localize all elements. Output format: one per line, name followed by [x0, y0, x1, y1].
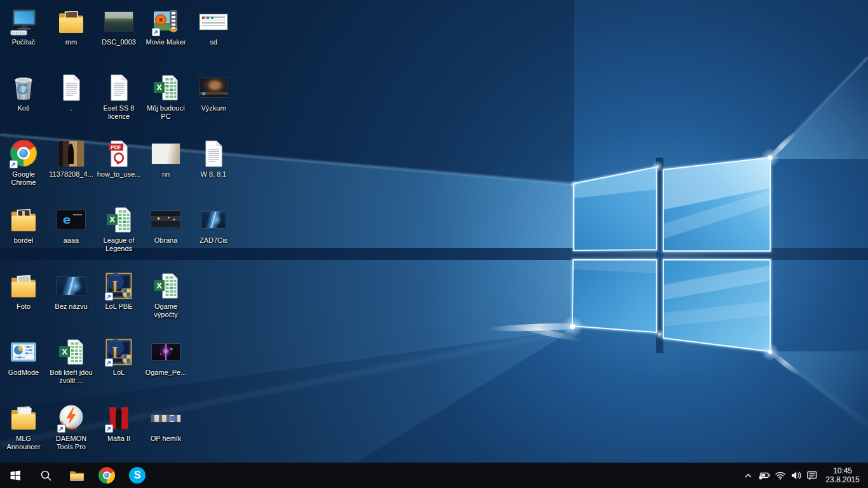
lol-icon: L — [104, 271, 134, 301]
desktop-icon-op-hem-k[interactable]: OP hemík — [142, 400, 189, 443]
desktop-icon-label: sd — [190, 38, 237, 46]
desktop-icon-lol-pbe[interactable]: LLoL PBE — [95, 268, 142, 311]
desktop-icon-movie-maker[interactable]: Movie Maker — [142, 4, 189, 46]
tray-hidden-icons-button[interactable] — [740, 463, 756, 488]
svg-text:PDF: PDF — [111, 144, 121, 151]
desktop-icon-foto[interactable]: Foto — [0, 268, 47, 311]
chrome-icon — [98, 467, 115, 484]
desktop-icon-ogame-pe[interactable]: Ogame_Pe... — [142, 334, 189, 377]
desktop-icon-ko[interactable]: Koš — [0, 70, 47, 112]
desktop-icon-google-chrome[interactable]: Google Chrome — [0, 136, 47, 187]
desktop-icon-zad7cis[interactable]: ZAD7Cis — [190, 202, 237, 245]
tray-battery-charging-button[interactable] — [756, 463, 772, 488]
desktop-icon-mm[interactable]: mm — [48, 4, 95, 46]
desktop-icon-eset-ss-8-licence[interactable]: Eset SS 8 licence — [95, 70, 142, 121]
desktop-icon-how-to-use[interactable]: PDFhow_to_use... — [95, 136, 142, 179]
folder-photo-warm-icon — [56, 6, 86, 37]
desktop-icon-label: OP hemík — [142, 435, 189, 443]
desktop-icon-w-8-8-1[interactable]: W 8, 8.1 — [190, 136, 237, 179]
search-icon — [40, 470, 52, 482]
desktop-icon-11378208-4[interactable]: 11378208_4... — [48, 136, 95, 179]
desktop-icon-aaaa[interactable]: eaaaa — [48, 202, 95, 245]
desktop-icon-nn[interactable]: nn — [142, 136, 189, 179]
excel-icon: X — [151, 271, 181, 301]
windows-logo-icon — [9, 469, 22, 482]
desktop-icon-label: Počítač — [0, 38, 47, 46]
desktop-icon-label: DSC_0003 — [95, 38, 142, 46]
desktop-icon-v-zkum[interactable]: Výzkum — [190, 70, 237, 112]
svg-text:X: X — [156, 281, 162, 290]
system-tray: 10:45 23.8.2015 — [740, 463, 868, 488]
desktop-icon-dsc-0003[interactable]: DSC_0003 — [95, 4, 142, 46]
desktop-icon-mafia-ii[interactable]: Mafia II — [95, 400, 142, 443]
desktop-icon-label: Eset SS 8 licence — [95, 104, 142, 121]
tray-action-center-button[interactable] — [804, 463, 820, 488]
desktop-icon-league-of-legends[interactable]: XLeague of Legends — [95, 202, 142, 253]
taskbar-skype-button[interactable]: S — [122, 463, 153, 488]
desktop-icon-mlg-announcer[interactable]: MLG Announcer — [0, 400, 47, 451]
desktop-icon-label: Výzkum — [190, 104, 237, 112]
shortcut-arrow-icon — [152, 28, 160, 36]
pdf-icon: PDF — [104, 139, 134, 169]
this-pc-icon — [8, 6, 39, 37]
shot-win10-icon — [56, 271, 86, 301]
taskbar-start-button[interactable] — [0, 463, 31, 488]
photo-landscape-icon — [104, 6, 134, 37]
desktop-icon-label: 11378208_4... — [48, 170, 95, 179]
desktop-icon-m-j-budouc-pc[interactable]: XMůj budoucí PC — [142, 70, 189, 121]
svg-text:X: X — [109, 215, 115, 224]
desktop-icon-label: mm — [48, 38, 95, 46]
desktop-icon-label: League of Legends — [95, 236, 142, 253]
desktop-icon-ogame-v-po-ty[interactable]: XOgame výpočty — [142, 268, 189, 319]
desktop-icon-label: how_to_use... — [95, 170, 142, 179]
desktop-icon-label: aaaa — [48, 236, 95, 245]
photo-strip-icon — [151, 403, 181, 433]
taskbar: S 10:45 23.8.2015 — [0, 463, 868, 488]
desktop-icon-dot[interactable]: . — [48, 70, 95, 112]
desktop-icon-daemon-tools-pro[interactable]: DAEMON Tools Pro — [48, 400, 95, 451]
photo-pale-icon — [151, 139, 181, 169]
desktop-icon-lol[interactable]: LLoL — [95, 334, 142, 377]
lol-icon: L — [104, 337, 134, 367]
mafia-icon — [104, 403, 134, 433]
folder-docs-icon — [8, 403, 39, 433]
desktop-icons: PočítačKošGoogle ChromebordelFotoGodMode… — [0, 0, 868, 463]
desktop-icon-sd[interactable]: sd — [190, 4, 237, 46]
desktop-icon-label: Bez názvu — [48, 302, 95, 311]
desktop-icon-label: GodMode — [0, 369, 47, 377]
desktop-icon-label: W 8, 8.1 — [190, 170, 237, 179]
tray-network-wifi-button[interactable] — [772, 463, 788, 488]
desktop-icon-label: Boti kteří jdou zvolit ... — [48, 369, 95, 385]
excel-icon: X — [56, 337, 86, 367]
desktop-icon-godmode[interactable]: GodMode — [0, 334, 47, 377]
clock-date: 23.8.2015 — [822, 475, 863, 484]
taskbar-empty-area[interactable] — [153, 463, 740, 488]
desktop-icon-bez-n-zvu[interactable]: Bez názvu — [48, 268, 95, 311]
tray-clock[interactable]: 10:45 23.8.2015 — [822, 466, 863, 484]
tray-volume-button[interactable] — [788, 463, 804, 488]
chevron-up-icon — [743, 471, 753, 480]
folder-photo-dark-icon — [8, 205, 39, 235]
taskbar-file-explorer-button[interactable] — [61, 463, 92, 488]
volume-icon — [790, 470, 802, 480]
desktop-icon-label: Obrana — [142, 236, 189, 245]
godmode-icon — [8, 337, 39, 367]
desktop-icon-boti-kte-jdou-zvolit[interactable]: XBoti kteří jdou zvolit ... — [48, 334, 95, 385]
desktop-icon-label: Koš — [0, 104, 47, 112]
desktop-icon-label: LoL — [95, 369, 142, 377]
shortcut-arrow-icon — [57, 424, 65, 433]
chrome-icon — [8, 139, 39, 169]
taskbar-chrome-button[interactable] — [92, 463, 122, 488]
daemon-icon — [56, 403, 86, 433]
taskbar-search-button[interactable] — [31, 463, 61, 488]
shortcut-arrow-icon — [105, 424, 113, 433]
shot-white-icon — [198, 6, 229, 37]
desktop-icon-label: Movie Maker — [142, 38, 189, 46]
wifi-icon — [775, 470, 786, 480]
shot-win10-small-icon — [198, 205, 229, 235]
desktop-icon-obrana[interactable]: Obrana — [142, 202, 189, 245]
desktop-icon-label: Ogame_Pe... — [142, 369, 189, 377]
desktop-icon-bordel[interactable]: bordel — [0, 202, 47, 245]
doc-lines-icon — [104, 72, 134, 103]
desktop-icon-po-ta[interactable]: Počítač — [0, 4, 47, 46]
